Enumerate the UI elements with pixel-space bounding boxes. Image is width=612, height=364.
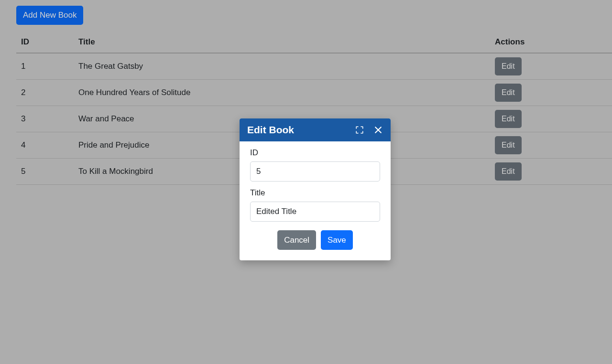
- modal-body: ID Title Cancel Save: [240, 141, 391, 260]
- edit-book-modal: Edit Book ID Title: [240, 118, 391, 260]
- close-icon[interactable]: [373, 125, 383, 135]
- save-button[interactable]: Save: [321, 230, 353, 250]
- modal-header: Edit Book: [240, 118, 391, 141]
- title-field-label: Title: [250, 188, 380, 198]
- cancel-button[interactable]: Cancel: [277, 230, 316, 250]
- id-field-label: ID: [250, 148, 380, 158]
- title-field[interactable]: [250, 202, 380, 222]
- id-field[interactable]: [250, 161, 380, 182]
- fullscreen-icon[interactable]: [355, 126, 364, 134]
- modal-title: Edit Book: [247, 124, 294, 136]
